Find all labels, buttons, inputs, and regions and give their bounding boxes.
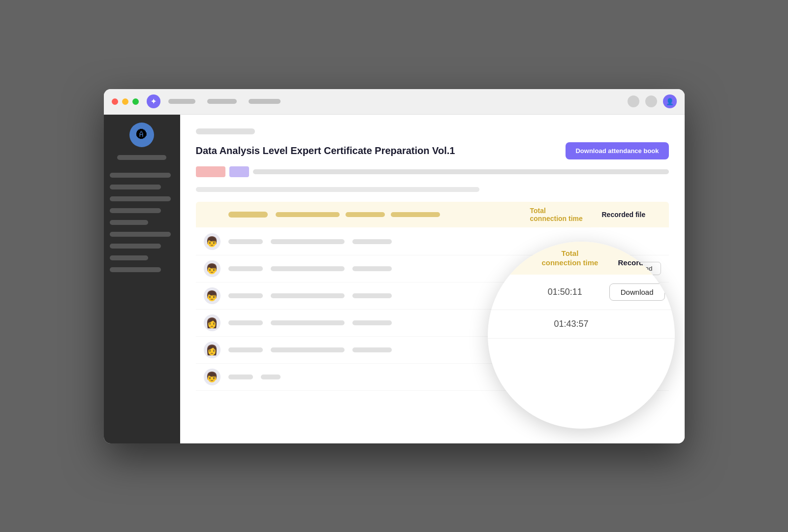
traffic-lights [112, 98, 139, 105]
download-attendance-button[interactable]: Download attendance book [566, 142, 668, 159]
nav-item-1[interactable] [168, 99, 195, 104]
filter-tag-2[interactable] [229, 166, 249, 177]
maximize-button[interactable] [132, 98, 139, 105]
col-header-3 [346, 212, 385, 217]
row-name-3 [228, 293, 263, 298]
sidebar: 🅐 [104, 115, 180, 443]
titlebar-circle-2 [645, 95, 657, 107]
mag-col-recorded: Recorded file [618, 258, 664, 268]
sidebar-item-5[interactable] [110, 220, 149, 225]
sidebar-item-3[interactable] [110, 196, 171, 201]
filter-tag-1[interactable] [196, 166, 225, 177]
row-avatar-4: 👩 [204, 314, 221, 331]
row-name-2 [228, 266, 263, 271]
nav-item-2[interactable] [207, 99, 237, 104]
row-avatar-5: 👩 [204, 342, 221, 358]
sidebar-item-1[interactable] [110, 173, 171, 178]
col-header-4 [391, 212, 440, 217]
titlebar-actions: 👤 [628, 94, 677, 108]
mag-time-2: 01:43:57 [547, 319, 596, 329]
row-avatar-1: 👦 [204, 233, 221, 250]
col-header-2 [276, 212, 340, 217]
desktop: ✦ 👤 🅐 [0, 0, 788, 532]
header-row: Data Analysis Level Expert Certificate P… [196, 142, 669, 159]
col-header-total: Totalconnection time [530, 207, 594, 222]
col-header-recorded: Recorded file [602, 211, 661, 219]
magnify-overlay: Totalconnection time Recorded file 01:50… [488, 242, 675, 429]
mag-header: Totalconnection time Recorded file [488, 242, 675, 275]
sidebar-item-8[interactable] [110, 255, 149, 260]
magnify-inner: Totalconnection time Recorded file 01:50… [488, 242, 675, 429]
app-logo-icon: ✦ [147, 94, 160, 108]
sidebar-user-label [117, 155, 166, 160]
content-area: Data Analysis Level Expert Certificate P… [180, 115, 685, 443]
row-name-5 [228, 347, 263, 352]
row-name-6 [228, 375, 253, 379]
page-title: Data Analysis Level Expert Certificate P… [196, 145, 455, 156]
app-window: ✦ 👤 🅐 [104, 89, 685, 443]
titlebar: ✦ 👤 [104, 89, 685, 115]
minimize-button[interactable] [122, 98, 128, 105]
breadcrumb [196, 128, 255, 134]
row-avatar-3: 👦 [204, 287, 221, 304]
mag-download-button[interactable]: Download [609, 283, 665, 301]
close-button[interactable] [112, 98, 118, 105]
titlebar-circle-1 [628, 95, 639, 107]
row-name-1 [228, 239, 263, 244]
main-layout: 🅐 [104, 115, 685, 443]
mag-col-total: Totalconnection time [541, 249, 598, 268]
progress-bar [196, 187, 480, 192]
sidebar-item-7[interactable] [110, 244, 161, 249]
table-header: Totalconnection time Recorded file [196, 202, 669, 227]
sidebar-avatar: 🅐 [129, 123, 154, 147]
sidebar-item-9[interactable] [110, 267, 161, 272]
mag-row-2: 01:43:57 [488, 310, 675, 339]
filter-row [196, 166, 669, 177]
mag-row-1: 01:50:11 Download [488, 275, 675, 310]
col-header-1 [228, 212, 268, 218]
sidebar-item-4[interactable] [110, 208, 161, 213]
sidebar-item-6[interactable] [110, 232, 171, 237]
user-avatar[interactable]: 👤 [663, 94, 677, 108]
row-avatar-6: 👦 [204, 369, 221, 385]
row-name-4 [228, 320, 263, 325]
mag-time-1: 01:50:11 [540, 287, 590, 297]
filter-line [253, 169, 669, 174]
nav-item-3[interactable] [249, 99, 281, 104]
row-avatar-2: 👦 [204, 260, 221, 277]
titlebar-nav [168, 99, 281, 104]
sidebar-item-2[interactable] [110, 185, 161, 189]
